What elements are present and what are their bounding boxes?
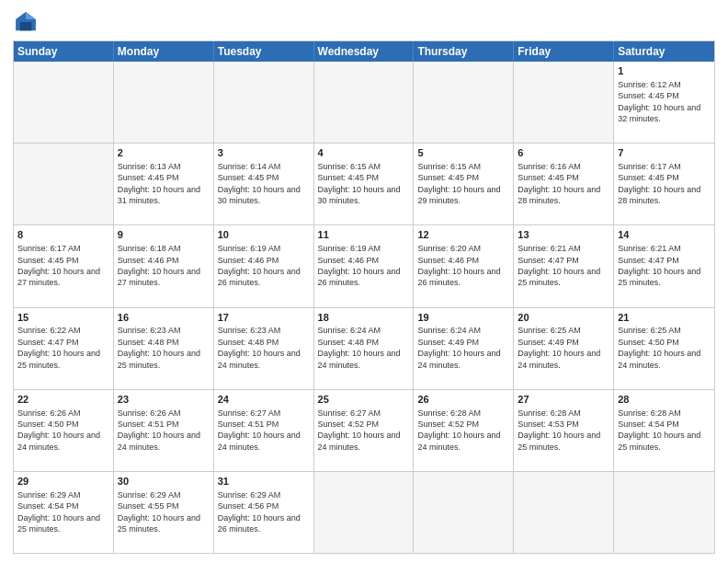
day-number: 30 [118, 475, 210, 488]
svg-rect-2 [20, 22, 31, 30]
calendar-cell: 3 Sunrise: 6:14 AMSunset: 4:45 PMDayligh… [214, 144, 314, 224]
day-number: 12 [417, 228, 509, 242]
calendar-cell: 4 Sunrise: 6:15 AMSunset: 4:45 PMDayligh… [314, 144, 415, 224]
calendar-cell-empty [14, 62, 114, 143]
calendar-row: 29 Sunrise: 6:29 AMSunset: 4:54 PMDaylig… [14, 471, 714, 553]
day-number: 22 [17, 393, 109, 407]
calendar: SundayMondayTuesdayWednesdayThursdayFrid… [13, 40, 715, 554]
calendar-cell: 21 Sunrise: 6:25 AMSunset: 4:50 PMDaylig… [614, 308, 714, 389]
calendar-cell: 20 Sunrise: 6:25 AMSunset: 4:49 PMDaylig… [514, 308, 614, 389]
calendar-cell: 19 Sunrise: 6:24 AMSunset: 4:49 PMDaylig… [414, 308, 514, 389]
calendar-cell: 14 Sunrise: 6:21 AMSunset: 4:47 PMDaylig… [614, 225, 714, 306]
day-number: 26 [417, 393, 509, 407]
calendar-cell: 24 Sunrise: 6:27 AMSunset: 4:51 PMDaylig… [214, 390, 314, 471]
calendar-cell: 16 Sunrise: 6:23 AMSunset: 4:48 PMDaylig… [114, 308, 214, 389]
day-of-week-header: Tuesday [214, 41, 314, 62]
day-of-week-header: Thursday [414, 41, 514, 62]
day-number: 8 [17, 228, 109, 242]
calendar-cell: 23 Sunrise: 6:26 AMSunset: 4:51 PMDaylig… [114, 390, 214, 471]
calendar-row: 15 Sunrise: 6:22 AMSunset: 4:47 PMDaylig… [14, 307, 714, 389]
calendar-cell-empty [614, 472, 714, 553]
day-number: 17 [218, 311, 310, 325]
day-number: 28 [618, 393, 711, 407]
calendar-body: 1 Sunrise: 6:12 AMSunset: 4:45 PMDayligh… [14, 62, 714, 553]
calendar-cell: 22 Sunrise: 6:26 AMSunset: 4:50 PMDaylig… [14, 390, 114, 471]
calendar-cell: 29 Sunrise: 6:29 AMSunset: 4:54 PMDaylig… [14, 472, 114, 553]
calendar-cell: 26 Sunrise: 6:28 AMSunset: 4:52 PMDaylig… [414, 390, 514, 471]
calendar-cell-empty [14, 144, 114, 224]
calendar-cell: 10 Sunrise: 6:19 AMSunset: 4:46 PMDaylig… [214, 225, 314, 306]
calendar-cell: 8 Sunrise: 6:17 AMSunset: 4:45 PMDayligh… [14, 225, 114, 306]
day-of-week-header: Monday [114, 41, 214, 62]
calendar-cell: 2 Sunrise: 6:13 AMSunset: 4:45 PMDayligh… [114, 144, 214, 224]
day-number: 19 [417, 311, 509, 325]
calendar-row: 1 Sunrise: 6:12 AMSunset: 4:45 PMDayligh… [14, 62, 714, 143]
day-number: 16 [118, 311, 210, 325]
calendar-cell: 31 Sunrise: 6:29 AMSunset: 4:56 PMDaylig… [214, 472, 314, 553]
day-number: 10 [218, 228, 310, 242]
logo-icon [13, 9, 39, 35]
day-number: 1 [618, 64, 711, 78]
calendar-cell: 9 Sunrise: 6:18 AMSunset: 4:46 PMDayligh… [114, 225, 214, 306]
day-number: 27 [518, 393, 609, 407]
day-number: 29 [17, 475, 109, 488]
day-number: 20 [518, 311, 609, 325]
calendar-header: SundayMondayTuesdayWednesdayThursdayFrid… [14, 41, 714, 62]
day-number: 2 [118, 146, 210, 160]
day-number: 25 [318, 393, 410, 407]
calendar-cell: 11 Sunrise: 6:19 AMSunset: 4:46 PMDaylig… [314, 225, 415, 306]
day-number: 18 [318, 311, 410, 325]
day-of-week-header: Wednesday [314, 41, 415, 62]
calendar-cell: 5 Sunrise: 6:15 AMSunset: 4:45 PMDayligh… [414, 144, 514, 224]
calendar-cell: 30 Sunrise: 6:29 AMSunset: 4:55 PMDaylig… [114, 472, 214, 553]
day-number: 24 [218, 393, 310, 407]
day-of-week-header: Friday [514, 41, 614, 62]
header [13, 9, 715, 35]
calendar-cell: 7 Sunrise: 6:17 AMSunset: 4:45 PMDayligh… [614, 144, 714, 224]
page: SundayMondayTuesdayWednesdayThursdayFrid… [0, 0, 728, 563]
calendar-cell-empty [514, 472, 614, 553]
calendar-row: 2 Sunrise: 6:13 AMSunset: 4:45 PMDayligh… [14, 143, 714, 224]
calendar-cell-empty [114, 62, 214, 143]
day-number: 23 [118, 393, 210, 407]
calendar-cell-empty [314, 62, 415, 143]
calendar-cell: 12 Sunrise: 6:20 AMSunset: 4:46 PMDaylig… [414, 225, 514, 306]
calendar-cell: 25 Sunrise: 6:27 AMSunset: 4:52 PMDaylig… [314, 390, 415, 471]
day-of-week-header: Saturday [614, 41, 714, 62]
day-number: 5 [417, 146, 509, 160]
calendar-row: 22 Sunrise: 6:26 AMSunset: 4:50 PMDaylig… [14, 389, 714, 471]
day-number: 21 [618, 311, 711, 325]
day-number: 14 [618, 228, 711, 242]
logo [13, 9, 42, 35]
calendar-cell-empty [314, 472, 415, 553]
day-number: 3 [218, 146, 310, 160]
day-number: 6 [518, 146, 609, 160]
calendar-cell: 6 Sunrise: 6:16 AMSunset: 4:45 PMDayligh… [514, 144, 614, 224]
day-number: 4 [318, 146, 410, 160]
calendar-cell: 1 Sunrise: 6:12 AMSunset: 4:45 PMDayligh… [614, 62, 714, 143]
calendar-cell: 27 Sunrise: 6:28 AMSunset: 4:53 PMDaylig… [514, 390, 614, 471]
calendar-row: 8 Sunrise: 6:17 AMSunset: 4:45 PMDayligh… [14, 224, 714, 306]
day-number: 15 [17, 311, 109, 325]
day-number: 7 [618, 146, 711, 160]
day-number: 11 [318, 228, 410, 242]
day-of-week-header: Sunday [14, 41, 114, 62]
calendar-cell: 28 Sunrise: 6:28 AMSunset: 4:54 PMDaylig… [614, 390, 714, 471]
calendar-cell-empty [214, 62, 314, 143]
day-number: 9 [118, 228, 210, 242]
calendar-cell: 15 Sunrise: 6:22 AMSunset: 4:47 PMDaylig… [14, 308, 114, 389]
calendar-cell-empty [514, 62, 614, 143]
calendar-cell: 13 Sunrise: 6:21 AMSunset: 4:47 PMDaylig… [514, 225, 614, 306]
day-number: 13 [518, 228, 609, 242]
svg-marker-1 [26, 12, 36, 19]
calendar-cell: 17 Sunrise: 6:23 AMSunset: 4:48 PMDaylig… [214, 308, 314, 389]
calendar-cell: 18 Sunrise: 6:24 AMSunset: 4:48 PMDaylig… [314, 308, 415, 389]
day-number: 31 [218, 475, 310, 488]
calendar-cell-empty [414, 62, 514, 143]
calendar-cell-empty [414, 472, 514, 553]
